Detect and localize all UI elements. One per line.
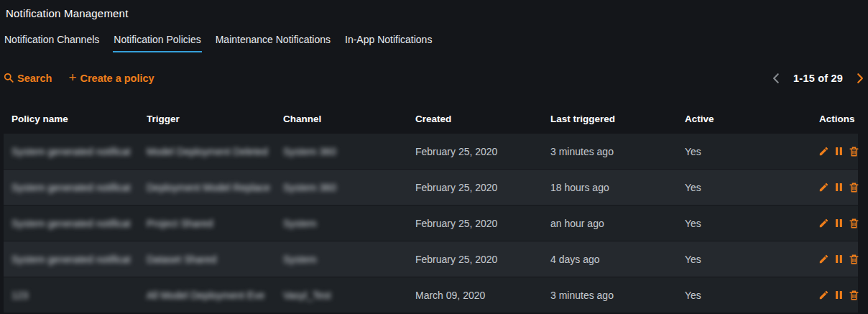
pagination-range: 1-15 of 29 [793, 73, 843, 84]
channel-cell: Vasyl_Test [283, 290, 415, 301]
column-header-actions: Actions [819, 114, 861, 124]
column-header-last-triggered: Last triggered [550, 114, 685, 124]
channel-cell: System 360 [283, 182, 415, 193]
column-header-trigger: Trigger [147, 114, 283, 124]
trigger-cell: Deployment Model Replace [147, 182, 283, 193]
policy-name-cell: 123 [11, 290, 147, 301]
policy-name-cell: System generated notificat [11, 254, 147, 265]
pause-icon[interactable] [835, 183, 843, 192]
table-row: 123All Model Deployment EveVasyl_TestMar… [4, 277, 858, 313]
pause-icon[interactable] [835, 254, 843, 264]
chevron-right-icon[interactable] [855, 72, 865, 85]
column-header-channel: Channel [283, 114, 415, 124]
policies-table: Policy name Trigger Channel Created Last… [4, 104, 858, 313]
table-header: Policy name Trigger Channel Created Last… [4, 104, 858, 133]
table-row: System generated notificatDataset Shared… [4, 241, 858, 277]
create-policy-button[interactable]: + Create a policy [68, 73, 154, 84]
last-triggered-cell: 3 minutes ago [550, 146, 685, 157]
trigger-cell: All Model Deployment Eve [147, 290, 283, 301]
pause-icon[interactable] [835, 218, 843, 228]
table-row: System generated notificatModel Deployme… [4, 134, 858, 169]
created-cell: February 25, 2020 [415, 254, 550, 265]
trigger-cell: Model Deployment Deleted [147, 146, 283, 157]
active-cell: Yes [685, 254, 819, 265]
create-policy-label: Create a policy [80, 73, 154, 84]
last-triggered-cell: 18 hours ago [550, 182, 685, 193]
column-header-policy-name: Policy name [11, 114, 147, 124]
tab-bar: Notification Channels Notification Polic… [4, 32, 868, 52]
policy-name-cell: System generated notificat [11, 218, 147, 229]
channel-cell: System [283, 254, 415, 265]
active-cell: Yes [685, 146, 819, 157]
policy-name-cell: System generated notificat [11, 182, 147, 193]
active-cell: Yes [685, 218, 819, 229]
delete-icon[interactable] [849, 147, 859, 157]
edit-icon[interactable] [819, 254, 828, 264]
pause-icon[interactable] [835, 290, 843, 300]
row-actions [819, 218, 864, 228]
row-actions [819, 290, 864, 300]
search-button[interactable]: Search [4, 73, 52, 85]
delete-icon[interactable] [849, 218, 859, 228]
table-row: System generated notificatProject Shared… [4, 206, 858, 241]
edit-icon[interactable] [819, 147, 828, 156]
row-actions [819, 254, 864, 264]
edit-icon[interactable] [819, 183, 828, 192]
notification-management-page: Notification Management Notification Cha… [0, 0, 868, 313]
table-body: System generated notificatModel Deployme… [4, 134, 858, 313]
active-cell: Yes [685, 182, 819, 193]
column-header-active: Active [685, 114, 819, 124]
last-triggered-cell: 3 minutes ago [550, 290, 685, 301]
created-cell: February 25, 2020 [415, 182, 550, 193]
delete-icon[interactable] [849, 290, 859, 300]
tab-in-app-notifications[interactable]: In-App Notifications [344, 32, 433, 52]
delete-icon[interactable] [849, 183, 859, 193]
search-icon [4, 73, 14, 85]
tab-maintenance-notifications[interactable]: Maintenance Notifications [215, 32, 331, 52]
chevron-left-icon[interactable] [771, 72, 781, 85]
last-triggered-cell: an hour ago [550, 218, 685, 229]
plus-icon: + [68, 73, 76, 83]
page-title: Notification Management [6, 7, 868, 19]
channel-cell: System [283, 218, 415, 229]
edit-icon[interactable] [819, 218, 828, 228]
policy-name-cell: System generated notificat [11, 146, 147, 157]
channel-cell: System 360 [283, 146, 415, 157]
created-cell: March 09, 2020 [415, 290, 550, 301]
row-actions [819, 183, 864, 193]
search-label: Search [17, 73, 52, 84]
pause-icon[interactable] [835, 147, 843, 156]
created-cell: February 25, 2020 [415, 146, 550, 157]
trigger-cell: Project Shared [147, 218, 283, 229]
created-cell: February 25, 2020 [415, 218, 550, 229]
pagination: 1-15 of 29 [771, 72, 865, 85]
tab-notification-policies[interactable]: Notification Policies [113, 32, 201, 52]
toolbar: Search + Create a policy 1-15 of 29 [4, 70, 865, 86]
tab-notification-channels[interactable]: Notification Channels [4, 32, 100, 52]
delete-icon[interactable] [849, 254, 859, 264]
row-actions [819, 147, 864, 157]
last-triggered-cell: 4 days ago [550, 254, 685, 265]
table-row: System generated notificatDeployment Mod… [4, 170, 858, 205]
trigger-cell: Dataset Shared [147, 254, 283, 265]
active-cell: Yes [685, 290, 819, 301]
column-header-created: Created [415, 114, 550, 124]
edit-icon[interactable] [819, 290, 828, 300]
